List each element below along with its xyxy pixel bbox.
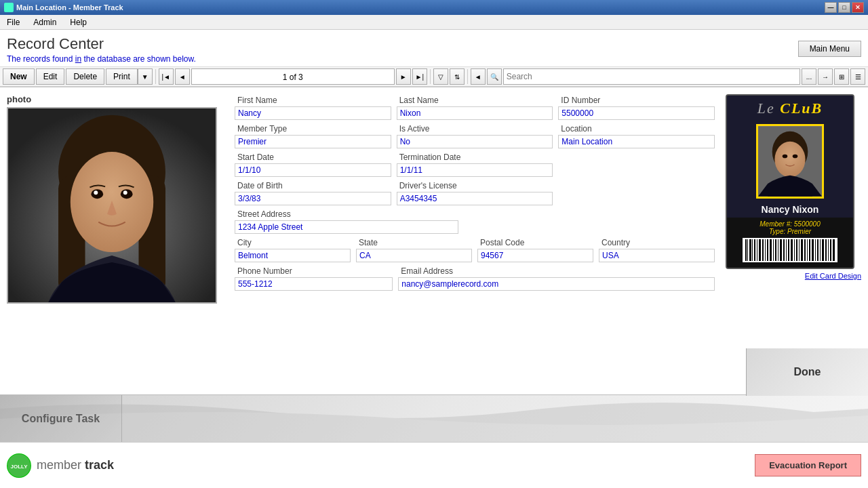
maximize-button[interactable]: □ xyxy=(838,2,850,13)
bottom-strip: Configure Task Done xyxy=(0,394,868,442)
content-area: photo xyxy=(0,87,868,388)
new-button[interactable]: New xyxy=(3,68,35,85)
main-area: Record Center The records found in the d… xyxy=(0,30,868,488)
menu-help[interactable]: Help xyxy=(66,16,91,28)
footer-brand-track: track xyxy=(85,458,114,472)
configure-task-label: Configure Task xyxy=(22,413,100,425)
country-col: Country USA xyxy=(599,237,715,262)
nav-first-button[interactable]: |◄ xyxy=(159,68,174,85)
id-card-footer: Member #: 5500000 Type: Premier xyxy=(727,218,853,268)
edit-button[interactable]: Edit xyxy=(36,68,65,85)
id-card: Le CLuB xyxy=(726,94,854,269)
le-text: Le xyxy=(757,100,775,117)
wave-background xyxy=(0,395,868,443)
termination-date-col: Termination Date 1/1/11 xyxy=(397,151,553,177)
title-bar-buttons: — □ ✕ xyxy=(825,2,864,13)
svg-rect-16 xyxy=(745,239,747,261)
close-button[interactable]: ✕ xyxy=(852,2,864,13)
city-state-row: City Belmont State CA Postal Code 94567 … xyxy=(235,237,715,262)
last-name-label: Last Name xyxy=(397,94,553,106)
id-number-label: ID Number xyxy=(558,94,715,106)
email-label: Email Address xyxy=(398,265,715,277)
dob-value: 3/3/83 xyxy=(235,192,391,205)
city-label: City xyxy=(235,237,351,249)
id-card-photo xyxy=(758,124,822,199)
svg-point-7 xyxy=(94,190,98,195)
state-label: State xyxy=(356,237,472,249)
nav-back-button[interactable]: ◄ xyxy=(471,68,486,85)
phone-col: Phone Number 555-1212 xyxy=(235,265,393,291)
svg-rect-21 xyxy=(757,239,757,261)
print-button[interactable]: Print xyxy=(106,68,138,85)
search-icon-btn[interactable]: 🔍 xyxy=(487,68,502,85)
member-type-value: Premier xyxy=(235,135,391,148)
street-row: Street Address 1234 Apple Street xyxy=(235,208,715,234)
sort-button[interactable]: ⇅ xyxy=(450,68,465,85)
dob-license-row: Date of Birth 3/3/83 Driver's License A3… xyxy=(235,180,715,205)
search-go-button[interactable]: → xyxy=(818,68,833,85)
view-grid-button[interactable]: ⊞ xyxy=(834,68,849,85)
configure-task-panel[interactable]: Configure Task xyxy=(0,395,122,443)
search-input[interactable] xyxy=(503,68,800,85)
location-value: Main Location xyxy=(558,135,715,148)
svg-rect-48 xyxy=(828,239,829,261)
menu-file[interactable]: File xyxy=(3,16,24,28)
nav-next-button[interactable]: ► xyxy=(396,68,411,85)
jolly-logo-icon: JOLLY xyxy=(7,453,31,478)
svg-rect-32 xyxy=(786,239,787,261)
nav-prev-button[interactable]: ◄ xyxy=(175,68,190,85)
svg-rect-23 xyxy=(762,239,764,261)
delete-button[interactable]: Delete xyxy=(66,68,104,85)
toolbar-separator-1 xyxy=(155,69,156,84)
member-photo xyxy=(8,107,216,304)
street-label: Street Address xyxy=(235,208,458,220)
main-menu-button[interactable]: Main Menu xyxy=(798,41,861,57)
termination-date-label: Termination Date xyxy=(397,151,553,163)
member-num-label: Member #: xyxy=(760,220,792,228)
footer-logo: JOLLY member track xyxy=(7,453,114,478)
id-type: Type: Premier xyxy=(731,228,849,235)
svg-point-13 xyxy=(793,155,798,159)
country-value: USA xyxy=(599,249,715,262)
svg-rect-50 xyxy=(833,239,835,261)
footer-brand-member: member xyxy=(37,458,85,472)
type-active-location-row: Member Type Premier Is Active No Locatio… xyxy=(235,123,715,148)
footer-brand-text: member track xyxy=(37,458,114,472)
edit-card-design-link[interactable]: Edit Card Design xyxy=(726,272,861,280)
svg-rect-19 xyxy=(752,239,753,261)
title-bar-text: Main Location - Member Track xyxy=(16,3,123,12)
name-id-row: First Name Nancy Last Name Nixon ID Numb… xyxy=(235,94,715,120)
id-number-col: ID Number 5500000 xyxy=(558,94,715,120)
member-type-col: Member Type Premier xyxy=(235,123,391,148)
menu-admin[interactable]: Admin xyxy=(29,16,60,28)
svg-point-12 xyxy=(783,155,788,159)
svg-rect-37 xyxy=(799,239,800,261)
phone-email-row: Phone Number 555-1212 Email Address nanc… xyxy=(235,265,715,291)
termination-date-value: 1/1/11 xyxy=(397,163,553,177)
toolbar-separator-3 xyxy=(467,69,468,84)
svg-rect-42 xyxy=(812,239,814,261)
search-more-button[interactable]: ... xyxy=(802,68,816,85)
svg-rect-45 xyxy=(820,239,821,261)
location-label: Location xyxy=(558,123,715,135)
is-active-label: Is Active xyxy=(397,123,553,135)
filter-button[interactable]: ▽ xyxy=(433,68,448,85)
svg-rect-41 xyxy=(809,239,810,261)
header-section: Record Center The records found in the d… xyxy=(0,30,868,67)
nav-position: 1 of 3 xyxy=(191,68,395,85)
email-value: nancy@samplerecord.com xyxy=(398,277,715,291)
minimize-button[interactable]: — xyxy=(825,2,837,13)
svg-rect-47 xyxy=(825,239,827,261)
svg-rect-18 xyxy=(749,239,751,261)
evacuation-report-button[interactable]: Evacuation Report xyxy=(755,454,861,476)
photo-label: photo xyxy=(7,94,224,104)
svg-rect-24 xyxy=(765,239,766,261)
nav-last-button[interactable]: ►| xyxy=(412,68,427,85)
subtitle-pre: The records found xyxy=(7,54,75,64)
svg-rect-40 xyxy=(807,239,808,261)
print-dropdown-button[interactable]: ▼ xyxy=(138,68,153,85)
view-list-button[interactable]: ☰ xyxy=(850,68,865,85)
footer: JOLLY member track Evacuation Report xyxy=(0,442,868,488)
first-name-col: First Name Nancy xyxy=(235,94,391,120)
done-panel[interactable]: Done xyxy=(746,348,868,396)
